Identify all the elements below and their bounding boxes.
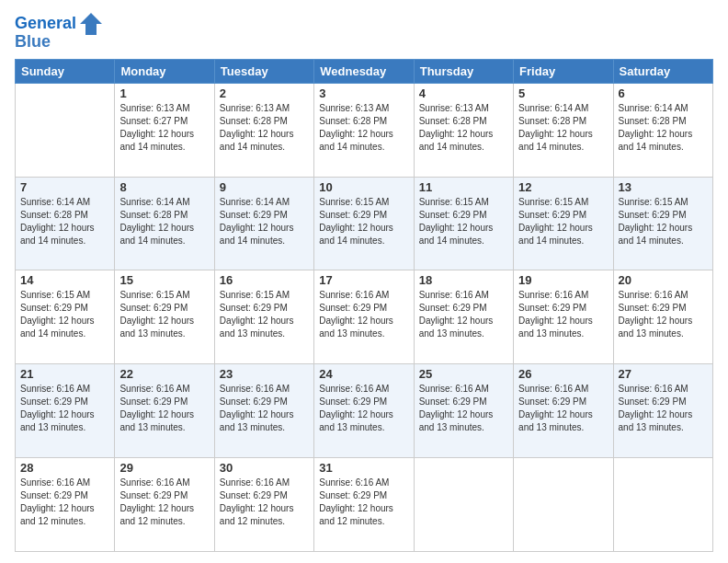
- day-info: Sunrise: 6:14 AM Sunset: 6:28 PM Dayligh…: [20, 196, 109, 247]
- day-number: 10: [319, 180, 408, 194]
- day-info: Sunrise: 6:15 AM Sunset: 6:29 PM Dayligh…: [20, 289, 109, 340]
- day-info: Sunrise: 6:14 AM Sunset: 6:28 PM Dayligh…: [619, 102, 708, 154]
- day-info: Sunrise: 6:13 AM Sunset: 6:28 PM Dayligh…: [319, 102, 408, 154]
- day-number: 29: [119, 461, 209, 475]
- day-info: Sunrise: 6:16 AM Sunset: 6:29 PM Dayligh…: [518, 289, 608, 340]
- calendar-cell: 11Sunrise: 6:15 AM Sunset: 6:29 PM Dayli…: [414, 177, 513, 270]
- calendar-cell: 8Sunrise: 6:14 AM Sunset: 6:28 PM Daylig…: [115, 177, 214, 270]
- calendar-header-tuesday: Tuesday: [214, 59, 313, 83]
- day-number: 21: [20, 367, 109, 381]
- day-number: 13: [619, 180, 708, 194]
- calendar-header-thursday: Thursday: [414, 59, 513, 83]
- logo-icon: [78, 11, 104, 37]
- day-number: 20: [619, 273, 708, 287]
- calendar-cell: 28Sunrise: 6:16 AM Sunset: 6:29 PM Dayli…: [16, 458, 115, 552]
- day-number: 11: [419, 180, 508, 194]
- calendar-week-row: 1Sunrise: 6:13 AM Sunset: 6:27 PM Daylig…: [16, 83, 713, 177]
- calendar-cell: 26Sunrise: 6:16 AM Sunset: 6:29 PM Dayli…: [514, 364, 613, 458]
- day-number: 30: [220, 461, 309, 475]
- calendar-cell: 27Sunrise: 6:16 AM Sunset: 6:29 PM Dayli…: [613, 364, 712, 458]
- day-number: 17: [319, 273, 408, 287]
- day-info: Sunrise: 6:13 AM Sunset: 6:28 PM Dayligh…: [220, 102, 309, 154]
- day-info: Sunrise: 6:15 AM Sunset: 6:29 PM Dayligh…: [119, 289, 209, 340]
- day-info: Sunrise: 6:15 AM Sunset: 6:29 PM Dayligh…: [319, 196, 408, 247]
- calendar-cell: 16Sunrise: 6:15 AM Sunset: 6:29 PM Dayli…: [214, 270, 313, 364]
- day-info: Sunrise: 6:13 AM Sunset: 6:28 PM Dayligh…: [419, 102, 508, 154]
- day-info: Sunrise: 6:15 AM Sunset: 6:29 PM Dayligh…: [619, 196, 708, 247]
- day-number: 12: [518, 180, 608, 194]
- logo-blue-text: Blue: [15, 33, 51, 52]
- calendar-cell: 14Sunrise: 6:15 AM Sunset: 6:29 PM Dayli…: [16, 270, 115, 364]
- calendar-cell: 30Sunrise: 6:16 AM Sunset: 6:29 PM Dayli…: [214, 458, 313, 552]
- calendar-cell: 5Sunrise: 6:14 AM Sunset: 6:28 PM Daylig…: [514, 83, 613, 177]
- day-number: 27: [619, 367, 708, 381]
- calendar-cell: 18Sunrise: 6:16 AM Sunset: 6:29 PM Dayli…: [414, 270, 513, 364]
- calendar-week-row: 7Sunrise: 6:14 AM Sunset: 6:28 PM Daylig…: [16, 177, 713, 270]
- day-info: Sunrise: 6:16 AM Sunset: 6:29 PM Dayligh…: [319, 383, 408, 434]
- calendar-cell: 23Sunrise: 6:16 AM Sunset: 6:29 PM Dayli…: [214, 364, 313, 458]
- day-number: 1: [119, 86, 209, 100]
- day-number: 22: [119, 367, 209, 381]
- day-info: Sunrise: 6:16 AM Sunset: 6:29 PM Dayligh…: [619, 383, 708, 434]
- calendar-cell: 2Sunrise: 6:13 AM Sunset: 6:28 PM Daylig…: [214, 83, 313, 177]
- calendar-cell: 10Sunrise: 6:15 AM Sunset: 6:29 PM Dayli…: [314, 177, 414, 270]
- calendar-cell: 31Sunrise: 6:16 AM Sunset: 6:29 PM Dayli…: [314, 458, 414, 552]
- day-number: 6: [619, 86, 708, 100]
- day-info: Sunrise: 6:16 AM Sunset: 6:29 PM Dayligh…: [119, 383, 209, 434]
- calendar-week-row: 14Sunrise: 6:15 AM Sunset: 6:29 PM Dayli…: [16, 270, 713, 364]
- calendar-cell: 29Sunrise: 6:16 AM Sunset: 6:29 PM Dayli…: [115, 458, 214, 552]
- day-info: Sunrise: 6:16 AM Sunset: 6:29 PM Dayligh…: [419, 289, 508, 340]
- calendar-cell: 24Sunrise: 6:16 AM Sunset: 6:29 PM Dayli…: [314, 364, 414, 458]
- day-info: Sunrise: 6:13 AM Sunset: 6:27 PM Dayligh…: [119, 102, 209, 154]
- calendar-cell: [414, 458, 513, 552]
- day-number: 19: [518, 273, 608, 287]
- calendar-cell: 4Sunrise: 6:13 AM Sunset: 6:28 PM Daylig…: [414, 83, 513, 177]
- svg-marker-0: [80, 13, 102, 35]
- day-number: 7: [20, 180, 109, 194]
- day-info: Sunrise: 6:15 AM Sunset: 6:29 PM Dayligh…: [220, 289, 309, 340]
- day-number: 5: [518, 86, 608, 100]
- day-info: Sunrise: 6:16 AM Sunset: 6:29 PM Dayligh…: [619, 289, 708, 340]
- day-number: 9: [220, 180, 309, 194]
- logo-text: General: [15, 15, 76, 33]
- day-number: 28: [20, 461, 109, 475]
- calendar-cell: 1Sunrise: 6:13 AM Sunset: 6:27 PM Daylig…: [115, 83, 214, 177]
- calendar-cell: 12Sunrise: 6:15 AM Sunset: 6:29 PM Dayli…: [514, 177, 613, 270]
- day-info: Sunrise: 6:16 AM Sunset: 6:29 PM Dayligh…: [20, 383, 109, 434]
- day-number: 15: [119, 273, 209, 287]
- calendar-table: SundayMondayTuesdayWednesdayThursdayFrid…: [15, 59, 713, 552]
- calendar-cell: 3Sunrise: 6:13 AM Sunset: 6:28 PM Daylig…: [314, 83, 414, 177]
- day-info: Sunrise: 6:14 AM Sunset: 6:29 PM Dayligh…: [220, 196, 309, 247]
- day-number: 31: [319, 461, 408, 475]
- day-info: Sunrise: 6:16 AM Sunset: 6:29 PM Dayligh…: [419, 383, 508, 434]
- calendar-cell: 21Sunrise: 6:16 AM Sunset: 6:29 PM Dayli…: [16, 364, 115, 458]
- day-number: 2: [220, 86, 309, 100]
- page-header: General Blue: [15, 11, 713, 52]
- calendar-header-sunday: Sunday: [16, 59, 115, 83]
- calendar-week-row: 21Sunrise: 6:16 AM Sunset: 6:29 PM Dayli…: [16, 364, 713, 458]
- calendar-cell: 25Sunrise: 6:16 AM Sunset: 6:29 PM Dayli…: [414, 364, 513, 458]
- day-info: Sunrise: 6:15 AM Sunset: 6:29 PM Dayligh…: [419, 196, 508, 247]
- day-info: Sunrise: 6:16 AM Sunset: 6:29 PM Dayligh…: [319, 477, 408, 528]
- day-info: Sunrise: 6:16 AM Sunset: 6:29 PM Dayligh…: [220, 477, 309, 528]
- calendar-cell: 7Sunrise: 6:14 AM Sunset: 6:28 PM Daylig…: [16, 177, 115, 270]
- day-info: Sunrise: 6:15 AM Sunset: 6:29 PM Dayligh…: [518, 196, 608, 247]
- day-number: 3: [319, 86, 408, 100]
- calendar-cell: [613, 458, 712, 552]
- calendar-cell: [514, 458, 613, 552]
- calendar-cell: 9Sunrise: 6:14 AM Sunset: 6:29 PM Daylig…: [214, 177, 313, 270]
- calendar-cell: 17Sunrise: 6:16 AM Sunset: 6:29 PM Dayli…: [314, 270, 414, 364]
- calendar-cell: [16, 83, 115, 177]
- calendar-header-monday: Monday: [115, 59, 214, 83]
- day-number: 18: [419, 273, 508, 287]
- calendar-cell: 15Sunrise: 6:15 AM Sunset: 6:29 PM Dayli…: [115, 270, 214, 364]
- calendar-header-row: SundayMondayTuesdayWednesdayThursdayFrid…: [16, 59, 713, 83]
- day-number: 16: [220, 273, 309, 287]
- day-number: 23: [220, 367, 309, 381]
- day-info: Sunrise: 6:14 AM Sunset: 6:28 PM Dayligh…: [518, 102, 608, 154]
- day-info: Sunrise: 6:14 AM Sunset: 6:28 PM Dayligh…: [119, 196, 209, 247]
- calendar-week-row: 28Sunrise: 6:16 AM Sunset: 6:29 PM Dayli…: [16, 458, 713, 552]
- calendar-cell: 6Sunrise: 6:14 AM Sunset: 6:28 PM Daylig…: [613, 83, 712, 177]
- calendar-cell: 22Sunrise: 6:16 AM Sunset: 6:29 PM Dayli…: [115, 364, 214, 458]
- day-number: 24: [319, 367, 408, 381]
